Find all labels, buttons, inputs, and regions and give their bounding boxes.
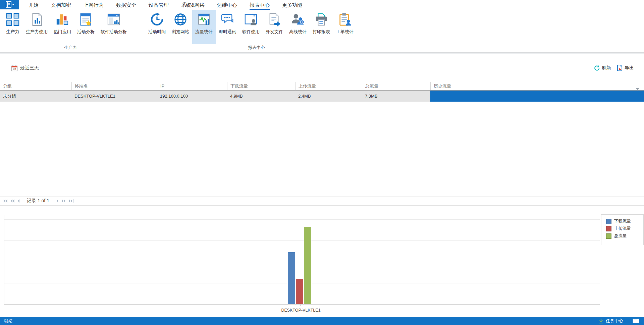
chart-category-label: DESKTOP-VLKTLE1 xyxy=(272,308,329,313)
column-chooser-dropdown-icon[interactable] xyxy=(636,86,639,92)
legend-entry-total: 总流量 xyxy=(606,233,643,239)
ribbon-button-outgoing-files[interactable]: 外发文件 xyxy=(263,10,286,44)
chart-x-axis xyxy=(4,304,600,305)
chart-y-axis xyxy=(4,215,4,304)
column-header-download[interactable]: 下载流量 xyxy=(227,82,295,90)
legend-swatch-download xyxy=(606,219,611,224)
ribbon-group-label-productivity: 生产力 xyxy=(0,44,141,52)
record-count-label: 记录 1 of 1 xyxy=(27,198,49,204)
column-header-group[interactable]: 分组 xyxy=(0,82,71,90)
chart-x-tick xyxy=(300,304,301,306)
tab-system-network[interactable]: 系统&网络 xyxy=(181,0,205,10)
traffic-monitor-icon xyxy=(197,12,211,26)
prev-page-button[interactable] xyxy=(17,199,20,203)
cell-download: 4.9MB xyxy=(227,91,295,102)
ribbon-button-hot-apps[interactable]: 热门应用 xyxy=(51,10,74,44)
history-clock-icon xyxy=(150,12,164,26)
history-bar xyxy=(430,91,644,102)
tab-start[interactable]: 开始 xyxy=(29,0,39,10)
column-header-upload[interactable]: 上传流量 xyxy=(295,82,362,90)
printer-icon xyxy=(314,12,328,26)
ribbon-group-label-report-center: 报表中心 xyxy=(141,44,372,52)
pagination-bar: 记录 1 of 1 xyxy=(0,196,644,206)
tab-more-features[interactable]: 更多功能 xyxy=(282,0,302,10)
app-window: 开始 文档加密 上网行为 数据安全 设备管理 系统&网络 运维中心 报表中心 更… xyxy=(0,0,644,325)
app-menu-icon xyxy=(5,1,15,8)
calendar-icon: 23 xyxy=(11,65,18,71)
next-page-button[interactable] xyxy=(56,199,59,203)
window-user-icon xyxy=(244,12,258,26)
date-range-filter[interactable]: 23 最近三天 xyxy=(11,65,39,71)
cell-history xyxy=(430,91,644,102)
cell-terminal: DESKTOP-VLKTLE1 xyxy=(71,91,157,102)
column-header-history[interactable]: 历史流量 xyxy=(430,82,644,90)
bar-upload xyxy=(296,279,303,304)
traffic-bar-chart: DESKTOP-VLKTLE1 下载流量 上传流量 总流量 xyxy=(0,206,644,317)
ribbon-group-productivity: 生产力 生产力使用 xyxy=(0,10,141,52)
menu-bar: 开始 文档加密 上网行为 数据安全 设备管理 系统&网络 运维中心 报表中心 更… xyxy=(0,0,644,10)
tab-data-security[interactable]: 数据安全 xyxy=(116,0,136,10)
next-jump-button[interactable] xyxy=(62,199,66,203)
ribbon-button-offline-statistics[interactable]: i 离线统计 xyxy=(286,10,310,44)
traffic-table: 分组 终端名 IP 下载流量 上传流量 总流量 历史流量 未分组 DESKTOP… xyxy=(0,82,644,102)
ribbon-button-work-order-statistics[interactable]: 工单统计 xyxy=(333,10,357,44)
table-header: 分组 终端名 IP 下载流量 上传流量 总流量 历史流量 xyxy=(0,82,644,91)
status-ready-label: 就绪 xyxy=(4,318,13,324)
offline-user-icon: i xyxy=(291,12,305,26)
bar-download xyxy=(288,252,295,304)
tray-window-icon[interactable] xyxy=(633,319,639,323)
table-row[interactable]: 未分组 DESKTOP-VLKTLE1 192.168.0.100 4.9MB … xyxy=(0,91,644,102)
refresh-icon xyxy=(594,65,600,71)
legend-entry-download: 下载流量 xyxy=(606,218,643,224)
ribbon-button-productivity-usage[interactable]: 生产力使用 xyxy=(23,10,51,44)
outgoing-file-icon xyxy=(267,12,281,26)
ribbon-button-browse-websites[interactable]: 浏览网站 xyxy=(169,10,192,44)
cell-group: 未分组 xyxy=(0,91,71,102)
toolbar-actions: 刷新 导出 xyxy=(594,65,634,71)
cell-ip: 192.168.0.100 xyxy=(157,91,227,102)
task-center-button[interactable]: 任务中心 xyxy=(598,318,623,324)
ribbon-button-activity-time[interactable]: 活动时间 xyxy=(145,10,169,44)
ribbon-button-activity-analysis[interactable]: 活动分析 xyxy=(74,10,98,44)
bar-chart-icon xyxy=(55,12,69,26)
download-arrow-icon xyxy=(598,318,604,324)
prev-jump-button[interactable] xyxy=(10,199,14,203)
legend-entry-upload: 上传流量 xyxy=(606,226,643,231)
date-range-label: 最近三天 xyxy=(20,65,39,71)
chart-bars xyxy=(288,219,315,304)
starred-report-icon xyxy=(79,12,93,26)
column-header-ip[interactable]: IP xyxy=(157,82,227,90)
tab-ops-center[interactable]: 运维中心 xyxy=(217,0,237,10)
cell-upload: 2.4MB xyxy=(295,91,362,102)
status-bar-right: 任务中心 xyxy=(598,318,639,324)
tab-device-management[interactable]: 设备管理 xyxy=(149,0,169,10)
productivity-grid-icon xyxy=(6,12,20,26)
legend-swatch-upload xyxy=(606,226,611,231)
ribbon-button-instant-messaging[interactable]: 即时通讯 xyxy=(216,10,239,44)
ribbon-button-print-reports[interactable]: 打印报表 xyxy=(310,10,333,44)
refresh-button[interactable]: 刷新 xyxy=(594,65,611,71)
app-menu-button[interactable] xyxy=(0,0,19,9)
column-header-total[interactable]: 总流量 xyxy=(362,82,430,90)
tab-doc-encryption[interactable]: 文档加密 xyxy=(51,0,71,10)
column-header-terminal[interactable]: 终端名 xyxy=(71,82,157,90)
first-page-button[interactable] xyxy=(3,199,7,203)
tab-report-center[interactable]: 报表中心 xyxy=(250,0,270,10)
ribbon: 生产力 生产力使用 xyxy=(0,10,644,52)
ribbon-button-software-usage[interactable]: 软件使用 xyxy=(239,10,263,44)
export-button[interactable]: 导出 xyxy=(616,65,634,71)
export-icon xyxy=(616,65,623,71)
last-page-button[interactable] xyxy=(69,199,73,203)
ribbon-button-software-activity-analysis[interactable]: 软件活动分析 xyxy=(98,10,130,44)
chart-legend: 下载流量 上传流量 总流量 xyxy=(601,214,644,245)
tab-web-behavior[interactable]: 上网行为 xyxy=(84,0,104,10)
ribbon-button-traffic-statistics[interactable]: 流量统计 xyxy=(192,10,216,44)
status-bar: 就绪 任务中心 xyxy=(0,317,644,325)
filter-toolbar: 23 最近三天 刷新 导出 xyxy=(0,54,644,82)
ribbon-button-productivity[interactable]: 生产力 xyxy=(3,10,23,44)
menu-tabs: 开始 文档加密 上网行为 数据安全 设备管理 系统&网络 运维中心 报表中心 更… xyxy=(29,0,302,10)
svg-text:23: 23 xyxy=(13,67,16,71)
bar-total xyxy=(304,227,311,304)
window-stats-icon xyxy=(107,12,121,26)
chat-bubbles-icon xyxy=(220,12,234,26)
